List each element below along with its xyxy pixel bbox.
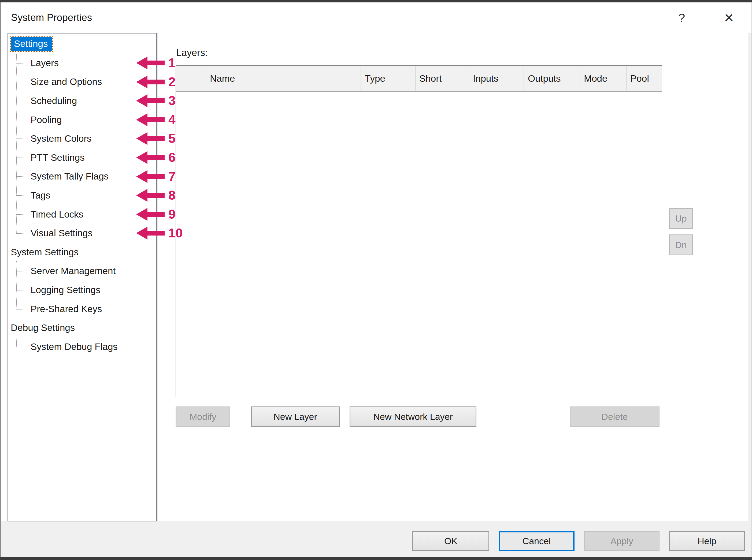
- tree-item-ptt-settings[interactable]: PTT Settings: [8, 148, 156, 167]
- layers-table-header: NameTypeShortInputsOutputsModePool: [176, 66, 662, 92]
- tree-item-pre-shared-keys[interactable]: Pre-Shared Keys: [8, 299, 156, 318]
- new-layer-button[interactable]: New Layer: [251, 406, 340, 427]
- tree-item-label: Tags: [31, 190, 51, 201]
- column-header-mode[interactable]: Mode: [580, 66, 626, 91]
- title-bar[interactable]: System Properties ? ✕: [1, 2, 751, 33]
- layers-table-body[interactable]: [176, 92, 662, 397]
- tree-item-scheduling[interactable]: Scheduling: [8, 92, 156, 111]
- tree-item-label: System Debug Flags: [31, 341, 118, 352]
- tree-item-label: System Settings: [11, 247, 79, 258]
- tree-item-label: Timed Locks: [31, 209, 83, 220]
- tree-item-label: Size and Options: [31, 76, 102, 87]
- tree-item-label: Layers: [31, 58, 59, 68]
- window-title: System Properties: [11, 2, 92, 33]
- tree-item-label: Pre-Shared Keys: [31, 304, 102, 314]
- tree-item-label: System Colors: [31, 133, 92, 144]
- ok-button[interactable]: OK: [412, 531, 489, 551]
- column-header-inputs[interactable]: Inputs: [469, 66, 524, 91]
- tree-item-system-debug-flags[interactable]: System Debug Flags: [8, 337, 156, 356]
- tree-item-label: Logging Settings: [31, 284, 100, 295]
- tree-item-label: Server Management: [31, 265, 116, 276]
- tree-item-label: PTT Settings: [31, 152, 85, 163]
- apply-button: Apply: [584, 531, 659, 551]
- column-header-short[interactable]: Short: [416, 66, 469, 91]
- tree-item-layers[interactable]: Layers: [8, 54, 156, 73]
- up-button: Up: [669, 208, 693, 229]
- tree-item-timed-locks[interactable]: Timed Locks: [8, 205, 156, 224]
- tree-item-size-and-options[interactable]: Size and Options: [8, 72, 156, 92]
- tree-item-label: Settings: [11, 37, 52, 51]
- close-icon[interactable]: ✕: [716, 6, 742, 30]
- tree-connector-line: [16, 261, 17, 309]
- new-network-layer-button[interactable]: New Network Layer: [350, 406, 476, 427]
- window-border-top: [0, 0, 752, 2]
- delete-button: Delete: [570, 406, 659, 427]
- tree-item-logging-settings[interactable]: Logging Settings: [8, 281, 156, 300]
- cancel-button[interactable]: Cancel: [499, 531, 575, 551]
- help-button[interactable]: ?: [669, 6, 695, 30]
- tree-item-system-settings[interactable]: System Settings: [8, 243, 156, 262]
- settings-tree: SettingsLayersSize and OptionsScheduling…: [8, 34, 156, 356]
- column-header-name[interactable]: Name: [206, 66, 361, 91]
- settings-tree-panel: SettingsLayersSize and OptionsScheduling…: [7, 33, 157, 521]
- tree-item-server-management[interactable]: Server Management: [8, 261, 156, 281]
- layers-label: Layers:: [176, 47, 208, 58]
- system-properties-dialog: System Properties ? ✕ SettingsLayersSize…: [0, 0, 752, 560]
- tree-item-label: Visual Settings: [31, 228, 93, 238]
- column-header-type[interactable]: Type: [361, 66, 416, 91]
- tree-item-pooling[interactable]: Pooling: [8, 110, 156, 129]
- window-border-bottom: [0, 557, 752, 560]
- column-header-outputs[interactable]: Outputs: [524, 66, 580, 91]
- column-header-blank[interactable]: [176, 66, 206, 91]
- modify-button: Modify: [176, 406, 230, 427]
- tree-connector-line: [16, 54, 17, 233]
- tree-connector-line: [16, 337, 17, 347]
- tree-item-system-colors[interactable]: System Colors: [8, 129, 156, 148]
- tree-item-system-tally-flags[interactable]: System Tally Flags: [8, 167, 156, 186]
- tree-item-settings[interactable]: Settings: [8, 35, 156, 54]
- tree-item-debug-settings[interactable]: Debug Settings: [8, 318, 156, 337]
- tree-item-label: System Tally Flags: [31, 171, 109, 182]
- down-button: Dn: [669, 235, 693, 255]
- layers-table: NameTypeShortInputsOutputsModePool: [176, 65, 662, 397]
- tree-item-label: Debug Settings: [11, 322, 75, 333]
- tree-item-visual-settings[interactable]: Visual Settings: [8, 224, 156, 243]
- tree-item-tags[interactable]: Tags: [8, 186, 156, 205]
- tree-item-label: Pooling: [31, 115, 62, 125]
- column-header-pool[interactable]: Pool: [626, 66, 662, 91]
- tree-item-label: Scheduling: [31, 95, 77, 106]
- help-button-footer[interactable]: Help: [669, 531, 745, 551]
